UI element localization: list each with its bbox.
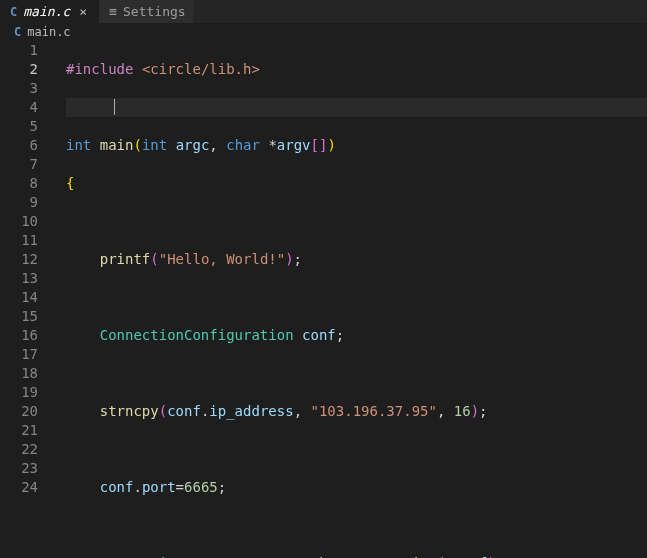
line-number-gutter: 123456789101112131415161718192021222324 bbox=[0, 41, 52, 558]
code-line[interactable]: { bbox=[66, 174, 647, 193]
line-number: 1 bbox=[0, 41, 38, 60]
code-line[interactable] bbox=[66, 98, 647, 117]
line-number: 23 bbox=[0, 459, 38, 478]
code-line[interactable]: printf("Hello, World!"); bbox=[66, 250, 647, 269]
line-number: 6 bbox=[0, 136, 38, 155]
tab-bar: C main.c × ≡ Settings bbox=[0, 0, 647, 23]
breadcrumb[interactable]: C main.c bbox=[0, 23, 647, 41]
c-file-icon: C bbox=[14, 25, 21, 39]
tab-settings[interactable]: ≡ Settings bbox=[99, 0, 194, 23]
c-file-icon: C bbox=[10, 5, 17, 19]
code-line[interactable]: conf.port=6665; bbox=[66, 478, 647, 497]
line-number: 13 bbox=[0, 269, 38, 288]
code-area[interactable]: #include <circle/lib.h> int main(int arg… bbox=[52, 41, 647, 558]
code-line[interactable] bbox=[66, 516, 647, 535]
code-line[interactable] bbox=[66, 440, 647, 459]
line-number: 17 bbox=[0, 345, 38, 364]
code-line[interactable]: #include <circle/lib.h> bbox=[66, 60, 647, 79]
line-number: 2 bbox=[0, 60, 38, 79]
tab-label: Settings bbox=[123, 4, 186, 19]
line-number: 22 bbox=[0, 440, 38, 459]
line-number: 11 bbox=[0, 231, 38, 250]
line-number: 12 bbox=[0, 250, 38, 269]
line-number: 3 bbox=[0, 79, 38, 98]
code-line[interactable] bbox=[66, 212, 647, 231]
line-number: 9 bbox=[0, 193, 38, 212]
line-number: 14 bbox=[0, 288, 38, 307]
line-number: 21 bbox=[0, 421, 38, 440]
tab-main-c[interactable]: C main.c × bbox=[0, 0, 99, 23]
code-line[interactable] bbox=[66, 364, 647, 383]
tab-label: main.c bbox=[23, 4, 70, 19]
text-cursor-icon bbox=[114, 99, 115, 115]
line-number: 18 bbox=[0, 364, 38, 383]
line-number: 19 bbox=[0, 383, 38, 402]
line-number: 4 bbox=[0, 98, 38, 117]
line-number: 24 bbox=[0, 478, 38, 497]
line-number: 7 bbox=[0, 155, 38, 174]
code-editor[interactable]: 123456789101112131415161718192021222324 … bbox=[0, 41, 647, 558]
line-number: 5 bbox=[0, 117, 38, 136]
settings-icon: ≡ bbox=[109, 4, 117, 19]
line-number: 16 bbox=[0, 326, 38, 345]
close-icon[interactable]: × bbox=[76, 4, 90, 19]
code-line[interactable]: int main(int argc, char *argv[]) bbox=[66, 136, 647, 155]
code-line[interactable]: Connection conn = open_socket_connection… bbox=[66, 554, 647, 558]
line-number: 15 bbox=[0, 307, 38, 326]
code-line[interactable] bbox=[66, 288, 647, 307]
line-number: 20 bbox=[0, 402, 38, 421]
breadcrumb-label: main.c bbox=[27, 25, 70, 39]
code-line[interactable]: ConnectionConfiguration conf; bbox=[66, 326, 647, 345]
code-line[interactable]: strncpy(conf.ip_address, "103.196.37.95"… bbox=[66, 402, 647, 421]
line-number: 10 bbox=[0, 212, 38, 231]
line-number: 8 bbox=[0, 174, 38, 193]
